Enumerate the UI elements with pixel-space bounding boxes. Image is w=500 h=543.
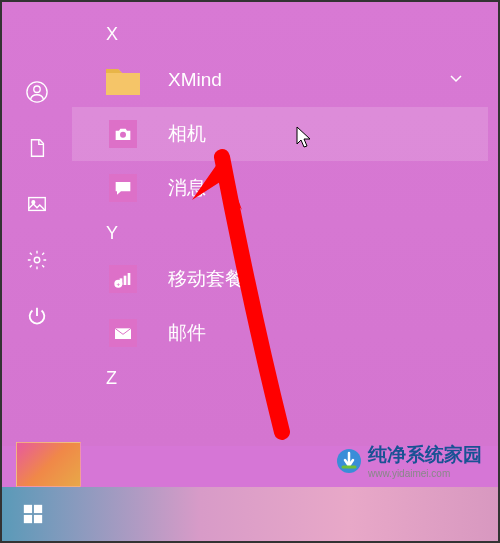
app-item-mail[interactable]: 邮件 [72,306,488,360]
mail-icon [102,312,144,354]
app-item-camera[interactable]: 相机 [72,107,488,161]
taskbar-preview[interactable] [16,442,81,487]
cursor-icon [296,126,314,152]
folder-icon [102,59,144,101]
watermark-text: 纯净系统家园 [368,442,482,468]
svg-rect-17 [24,505,32,513]
app-label: XMind [168,69,222,91]
svg-point-4 [34,257,40,263]
app-label: 邮件 [168,320,206,346]
section-header-y[interactable]: Y [72,215,488,252]
start-button[interactable] [2,487,64,541]
svg-text:+: + [117,281,121,287]
camera-icon [102,113,144,155]
apps-list: X XMind 相机 消息 Y + [72,2,498,446]
app-item-xmind[interactable]: XMind [72,53,488,107]
svg-rect-11 [124,276,127,285]
svg-rect-20 [34,515,42,523]
power-icon[interactable] [25,304,49,328]
taskbar [2,487,498,541]
app-label: 相机 [168,121,206,147]
documents-icon[interactable] [25,136,49,160]
start-sidebar [2,2,72,446]
svg-rect-18 [34,505,42,513]
signal-icon: + [102,258,144,300]
section-header-z[interactable]: Z [72,360,488,397]
app-item-messages[interactable]: 消息 [72,161,488,215]
svg-rect-12 [128,273,131,285]
watermark-logo-icon [336,448,362,474]
app-item-mobile[interactable]: + 移动套餐 [72,252,488,306]
svg-rect-8 [109,265,137,293]
watermark: 纯净系统家园 www.yidaimei.com [336,442,482,479]
user-account-icon[interactable] [25,80,49,104]
watermark-url: www.yidaimei.com [368,468,482,479]
app-label: 消息 [168,175,206,201]
svg-point-1 [34,86,40,92]
pictures-icon[interactable] [25,192,49,216]
app-label: 移动套餐 [168,266,244,292]
svg-point-6 [120,132,126,138]
svg-rect-19 [24,515,32,523]
start-menu: X XMind 相机 消息 Y + [2,2,498,446]
messages-icon [102,167,144,209]
section-header-x[interactable]: X [72,16,488,53]
settings-icon[interactable] [25,248,49,272]
chevron-down-icon [448,70,464,90]
